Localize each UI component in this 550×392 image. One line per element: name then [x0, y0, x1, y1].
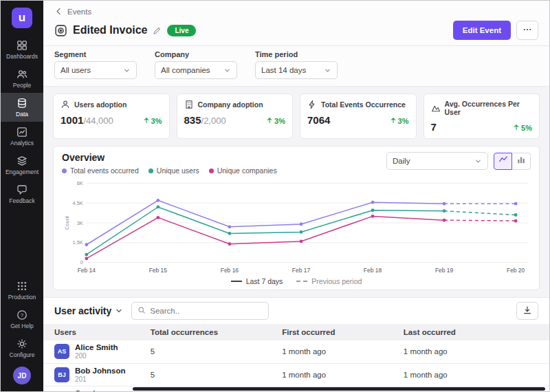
- people-icon: [16, 69, 28, 80]
- breadcrumb: Events: [43, 1, 549, 19]
- sidebar-item-label: Feedback: [9, 197, 34, 204]
- sidebar-item-dashboards[interactable]: Dashboards: [1, 35, 43, 64]
- configure-icon: [16, 338, 28, 349]
- stats-row: Users adoption 1001/44,000 3% Company ad…: [53, 94, 540, 139]
- sidebar-item-feedback[interactable]: Feedback: [1, 179, 43, 208]
- stat-card-total-events: Total Events Occurrence 7064 3%: [300, 94, 417, 139]
- svg-text:Feb 14: Feb 14: [78, 267, 96, 274]
- line-chart-toggle[interactable]: [494, 153, 512, 170]
- stat-title: Avg. Occurrences Per User: [445, 100, 533, 116]
- table-header-row: Users Total occurrences First occurred L…: [43, 324, 549, 340]
- user-name[interactable]: Carol Williams: [75, 389, 129, 391]
- table-row[interactable]: BJBob Johnson201 5 1 month ago 1 month a…: [43, 363, 549, 386]
- column-header-first-occurred[interactable]: First occurred: [271, 324, 393, 340]
- svg-text:Feb 18: Feb 18: [364, 267, 382, 274]
- sidebar-item-label: Configure: [10, 351, 35, 358]
- last-occurred-cell: 1 month ago: [393, 340, 549, 363]
- title-row: Edited Invoice Live Edit Event: [43, 19, 549, 45]
- column-header-users[interactable]: Users: [43, 324, 140, 340]
- user-avatar[interactable]: JD: [13, 367, 31, 384]
- segment-select[interactable]: All users: [54, 61, 137, 79]
- first-occurred-cell: 1 month ago: [271, 363, 393, 386]
- company-select[interactable]: All companies: [155, 61, 237, 79]
- back-label: Events: [67, 8, 91, 16]
- stat-card-avg-occurrences: Avg. Occurrences Per User 7 5%: [424, 94, 540, 139]
- svg-text:Feb 19: Feb 19: [435, 267, 454, 274]
- search-box: [131, 302, 269, 320]
- overview-line-chart[interactable]: 01.5K3K4.5K6KFeb 14Feb 15Feb 16Feb 17Feb…: [62, 177, 531, 276]
- table-row[interactable]: ASAlice Smith200 5 1 month ago 1 month a…: [43, 340, 549, 363]
- legend-dot: [62, 168, 67, 173]
- edit-title-icon[interactable]: [153, 26, 162, 35]
- column-header-total-occurrences[interactable]: Total occurrences: [140, 324, 271, 340]
- svg-text:Feb 20: Feb 20: [507, 267, 525, 274]
- granularity-select[interactable]: Daily: [386, 152, 488, 170]
- time-period-select[interactable]: Last 14 days: [255, 61, 338, 79]
- sidebar-item-label: Production: [8, 294, 36, 301]
- filter-label: Time period: [255, 50, 338, 58]
- sidebar-item-data[interactable]: Data: [1, 93, 43, 122]
- legend-dot: [148, 168, 153, 173]
- stat-value: 7: [431, 121, 437, 133]
- select-value: Daily: [393, 157, 410, 165]
- sidebar-item-production[interactable]: Production: [1, 276, 43, 305]
- filter-time-period: Time period Last 14 days: [255, 50, 338, 79]
- svg-text:0: 0: [80, 259, 83, 265]
- sidebar-bottom-nav: Production ? Get Help Configure JD: [1, 276, 43, 386]
- app-logo[interactable]: u: [12, 8, 32, 28]
- user-activity-section: User activity Users Total occurrences: [43, 297, 549, 391]
- svg-text:Feb 16: Feb 16: [221, 267, 239, 274]
- total-occurrences-cell: 5: [140, 363, 271, 386]
- user-name[interactable]: Alice Smith: [75, 343, 118, 352]
- trend-up-icon: [143, 117, 150, 125]
- data-icon: [16, 98, 28, 109]
- column-header-last-occurred[interactable]: Last occurred: [393, 324, 549, 340]
- sidebar-item-configure[interactable]: Configure: [1, 334, 43, 362]
- help-icon: ?: [16, 309, 28, 320]
- select-value: Last 14 days: [261, 66, 306, 74]
- user-activity-title[interactable]: User activity: [54, 305, 123, 316]
- last-occurred-cell: 1 month ago: [393, 363, 549, 386]
- more-options-button[interactable]: [516, 21, 538, 40]
- user-activity-table: Users Total occurrences First occurred L…: [43, 324, 549, 391]
- status-badge: Live: [167, 25, 196, 36]
- download-icon: [522, 305, 532, 317]
- main-area: Events Edited Invoice Live Edit Event Se…: [43, 1, 549, 391]
- user-id: 201: [75, 375, 125, 384]
- chevron-down-icon: [115, 307, 123, 315]
- analytics-icon: [16, 127, 28, 138]
- lightning-icon: [307, 100, 317, 109]
- horizontal-scrollbar[interactable]: [133, 387, 545, 391]
- bar-chart-toggle[interactable]: [512, 153, 531, 170]
- download-button[interactable]: [516, 302, 538, 320]
- sidebar-item-label: Get Help: [10, 323, 34, 329]
- user-icon: [60, 100, 70, 109]
- chevron-down-icon: [223, 67, 231, 74]
- filter-label: Company: [155, 50, 237, 58]
- app-window: u Dashboards People Data Analytics Engag…: [0, 0, 550, 392]
- stat-value: 1001: [60, 114, 83, 126]
- back-button[interactable]: Events: [54, 7, 91, 16]
- search-input[interactable]: [150, 307, 263, 315]
- sidebar-item-analytics[interactable]: Analytics: [1, 122, 43, 151]
- stat-card-company-adoption: Company adoption 835/2,000 3%: [177, 94, 294, 139]
- stat-trend: 3%: [266, 117, 285, 125]
- sidebar-item-people[interactable]: People: [1, 64, 43, 93]
- sidebar-item-engagement[interactable]: Engagement: [1, 151, 43, 179]
- legend-item-unique-companies[interactable]: Unique companies: [209, 166, 277, 175]
- stat-value: 835: [184, 114, 201, 126]
- sidebar-item-get-help[interactable]: ? Get Help: [1, 305, 43, 334]
- trend-up-icon: [266, 117, 273, 125]
- stat-trend: 3%: [143, 117, 162, 125]
- stat-value: 7064: [307, 114, 330, 126]
- user-name[interactable]: Bob Johnson: [75, 367, 125, 375]
- legend-dot: [209, 168, 214, 173]
- chevron-down-icon: [324, 67, 331, 74]
- edit-event-button[interactable]: Edit Event: [453, 21, 511, 40]
- legend-item-unique-users[interactable]: Unique users: [148, 166, 199, 175]
- overview-card: Overview Total events occurred Unique us…: [53, 146, 540, 290]
- legend-item-total-events[interactable]: Total events occurred: [62, 166, 139, 175]
- stat-title: Company adoption: [198, 100, 263, 109]
- filter-company: Company All companies: [155, 50, 237, 79]
- chevron-down-icon: [474, 157, 482, 165]
